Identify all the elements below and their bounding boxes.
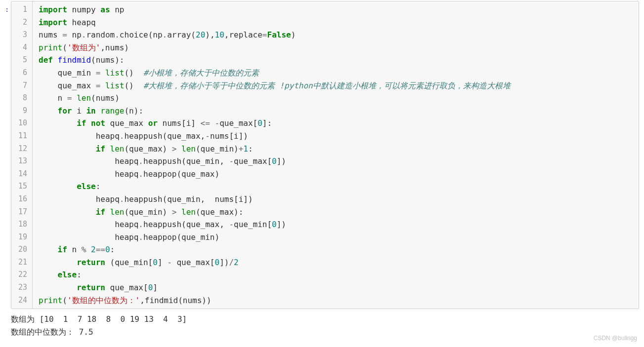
line-number: 7 bbox=[18, 79, 27, 92]
output-line-2: 数组的中位数为： 7.5 bbox=[11, 327, 93, 337]
watermark: CSDN @bulingg bbox=[594, 334, 637, 343]
line-number: 20 bbox=[18, 243, 27, 256]
line-number: 24 bbox=[18, 294, 27, 307]
line-number: 14 bbox=[18, 168, 27, 181]
line-number: 22 bbox=[18, 269, 27, 281]
code-line[interactable]: def findmid(nums): bbox=[39, 54, 511, 67]
code-line[interactable]: que_min = list() #小根堆，存储大于中位数的元素 bbox=[39, 67, 511, 79]
line-number: 15 bbox=[18, 180, 27, 193]
line-number: 8 bbox=[18, 92, 27, 105]
line-number: 11 bbox=[18, 130, 27, 143]
code-line[interactable]: import heapq bbox=[39, 16, 511, 29]
code-line[interactable]: heapq.heappop(que_max) bbox=[39, 168, 511, 181]
code-line[interactable]: if not que_max or nums[i] <= -que_max[0]… bbox=[39, 117, 511, 130]
line-number: 2 bbox=[18, 16, 27, 29]
code-line[interactable]: if n % 2==0: bbox=[39, 243, 511, 256]
code-line[interactable]: import numpy as np bbox=[39, 3, 511, 16]
line-number: 13 bbox=[18, 155, 27, 168]
output-line-1: 数组为 [10 1 7 18 8 0 19 13 4 3] bbox=[11, 314, 187, 324]
line-number: 17 bbox=[18, 206, 27, 219]
line-number: 6 bbox=[18, 67, 27, 79]
code-line[interactable]: n = len(nums) bbox=[39, 92, 511, 105]
code-line[interactable]: for i in range(n): bbox=[39, 105, 511, 117]
code-line[interactable]: if len(que_max) > len(que_min)+1: bbox=[39, 143, 511, 155]
line-number: 21 bbox=[18, 256, 27, 269]
line-number: 10 bbox=[18, 117, 27, 130]
code-line[interactable]: que_max = list() #大根堆，存储小于等于中位数的元素 !pyth… bbox=[39, 79, 511, 92]
code-cell: : 12345678910111213141516171819202122232… bbox=[5, 1, 639, 309]
line-number: 16 bbox=[18, 193, 27, 206]
line-number: 3 bbox=[18, 29, 27, 41]
code-line[interactable]: heapq.heappop(que_min) bbox=[39, 231, 511, 244]
code-line[interactable]: heapq.heappush(que_max,-nums[i]) bbox=[39, 130, 511, 143]
line-number: 9 bbox=[18, 105, 27, 117]
code-line[interactable]: print('数组的中位数为：',findmid(nums)) bbox=[39, 294, 511, 307]
line-number: 1 bbox=[18, 3, 27, 16]
code-line[interactable]: else: bbox=[39, 269, 511, 281]
line-number: 23 bbox=[18, 281, 27, 294]
code-line[interactable]: nums = np.random.choice(np.array(20),10,… bbox=[39, 29, 511, 41]
line-number-gutter: 123456789101112131415161718192021222324 bbox=[11, 1, 33, 308]
notebook-cell: : 12345678910111213141516171819202122232… bbox=[0, 0, 644, 342]
code-line[interactable]: heapq.heappush(que_min, nums[i]) bbox=[39, 193, 511, 206]
code-line[interactable]: print('数组为',nums) bbox=[39, 41, 511, 54]
code-area[interactable]: import numpy as npimport heapqnums = np.… bbox=[33, 1, 516, 308]
line-number: 5 bbox=[18, 54, 27, 67]
line-number: 4 bbox=[18, 41, 27, 54]
code-line[interactable]: heapq.heappush(que_min, -que_max[0]) bbox=[39, 155, 511, 168]
line-number: 12 bbox=[18, 143, 27, 155]
code-line[interactable]: return que_max[0] bbox=[39, 281, 511, 294]
code-line[interactable]: else: bbox=[39, 180, 511, 193]
line-number: 18 bbox=[18, 218, 27, 231]
code-box[interactable]: 123456789101112131415161718192021222324 … bbox=[11, 1, 639, 309]
cell-prompt: : bbox=[5, 1, 11, 309]
code-line[interactable]: return (que_min[0] - que_max[0])/2 bbox=[39, 256, 511, 269]
line-number: 19 bbox=[18, 231, 27, 244]
code-line[interactable]: heapq.heappush(que_max, -que_min[0]) bbox=[39, 218, 511, 231]
code-line[interactable]: if len(que_min) > len(que_max): bbox=[39, 206, 511, 219]
cell-output: 数组为 [10 1 7 18 8 0 19 13 4 3] 数组的中位数为： 7… bbox=[11, 313, 633, 338]
